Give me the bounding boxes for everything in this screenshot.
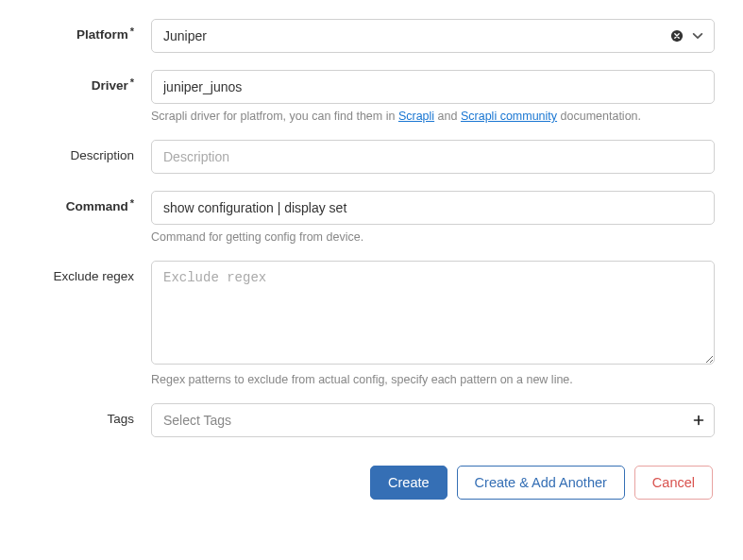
- plus-icon[interactable]: [693, 415, 704, 426]
- scrapli-link[interactable]: Scrapli: [398, 110, 434, 123]
- driver-help: Scrapli driver for platfrom, you can fin…: [151, 110, 715, 123]
- scrapli-community-link[interactable]: Scrapli community: [461, 110, 557, 123]
- driver-row: Driver* Scrapli driver for platfrom, you…: [28, 70, 715, 123]
- create-button[interactable]: Create: [370, 466, 447, 500]
- required-asterisk: *: [130, 76, 134, 88]
- tags-field: Select Tags: [151, 403, 715, 437]
- exclude-regex-label: Exclude regex: [28, 261, 151, 283]
- platform-field: Juniper: [151, 19, 715, 53]
- exclude-regex-textarea[interactable]: [151, 261, 715, 365]
- tags-select[interactable]: Select Tags: [151, 403, 715, 437]
- platform-value: Juniper: [152, 20, 670, 52]
- description-input[interactable]: [151, 140, 715, 174]
- exclude-regex-help: Regex patterns to exclude from actual co…: [151, 373, 715, 386]
- description-field: [151, 140, 715, 174]
- exclude-regex-row: Exclude regex Regex patterns to exclude …: [28, 261, 715, 386]
- command-input[interactable]: [151, 191, 715, 225]
- command-help: Command for getting config from device.: [151, 230, 715, 244]
- chevron-down-icon[interactable]: [691, 29, 704, 42]
- tags-placeholder: Select Tags: [152, 404, 693, 436]
- driver-field: Scrapli driver for platfrom, you can fin…: [151, 70, 715, 123]
- platform-row: Platform* Juniper: [28, 19, 715, 53]
- description-label: Description: [28, 140, 151, 162]
- description-row: Description: [28, 140, 715, 174]
- command-field: Command for getting config from device.: [151, 191, 715, 244]
- required-asterisk: *: [130, 197, 134, 209]
- driver-input[interactable]: [151, 70, 715, 104]
- button-row: Create Create & Add Another Cancel: [28, 466, 715, 500]
- tags-row: Tags Select Tags: [28, 403, 715, 437]
- exclude-regex-field: Regex patterns to exclude from actual co…: [151, 261, 715, 386]
- command-row: Command* Command for getting config from…: [28, 191, 715, 244]
- tags-label: Tags: [28, 403, 151, 426]
- create-add-another-button[interactable]: Create & Add Another: [457, 466, 625, 500]
- platform-select[interactable]: Juniper: [151, 19, 715, 53]
- command-label: Command*: [28, 191, 151, 213]
- required-asterisk: *: [130, 25, 134, 37]
- clear-icon[interactable]: [670, 29, 684, 42]
- driver-label: Driver*: [28, 70, 151, 93]
- platform-label: Platform*: [28, 19, 151, 42]
- cancel-button[interactable]: Cancel: [634, 466, 713, 500]
